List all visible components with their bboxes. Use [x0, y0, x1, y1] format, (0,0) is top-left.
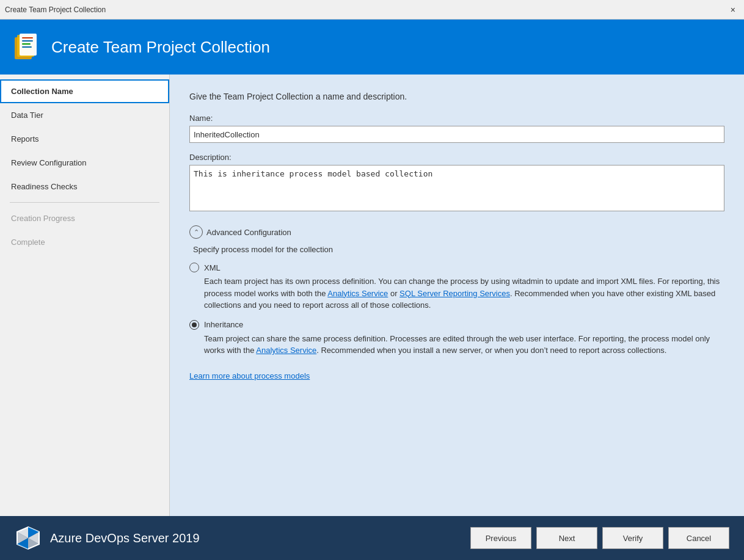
chevron-up-icon: ⌃: [189, 225, 203, 239]
sidebar-item-readiness-checks[interactable]: Readiness Checks: [0, 175, 169, 198]
sidebar-item-data-tier[interactable]: Data Tier: [0, 103, 169, 127]
dialog-header: Create Team Project Collection: [0, 20, 744, 75]
sql-server-reporting-link[interactable]: SQL Server Reporting Services: [399, 289, 510, 298]
inheritance-radio-desc: Team project can share the same process …: [204, 333, 724, 357]
inheritance-radio-header: Inheritance: [189, 320, 724, 330]
sidebar-item-reports[interactable]: Reports: [0, 127, 169, 151]
svg-rect-3: [22, 37, 33, 38]
learn-more-section: Learn more about process models: [189, 371, 724, 380]
advanced-config-toggle[interactable]: ⌃ Advanced Configuration: [189, 225, 724, 239]
inheritance-option: Inheritance Team project can share the s…: [189, 320, 724, 357]
sidebar-item-collection-name[interactable]: Collection Name: [0, 79, 169, 103]
inheritance-desc-text2: . Recommended when you install a new ser…: [316, 346, 666, 355]
footer: Azure DevOps Server 2019 Previous Next V…: [0, 516, 744, 560]
content-area: Give the Team Project Collection a name …: [170, 75, 744, 516]
next-button[interactable]: Next: [536, 527, 597, 549]
verify-button[interactable]: Verify: [602, 527, 663, 549]
main-container: Collection Name Data Tier Reports Review…: [0, 75, 744, 516]
description-textarea[interactable]: This is inheritance process model based …: [189, 165, 724, 211]
footer-buttons: Previous Next Verify Cancel: [470, 527, 729, 549]
svg-rect-4: [22, 40, 33, 42]
name-input[interactable]: [189, 126, 724, 143]
learn-more-link[interactable]: Learn more about process models: [189, 371, 310, 380]
footer-brand: Azure DevOps Server 2019: [15, 525, 200, 551]
sidebar-item-complete: Complete: [0, 230, 169, 254]
xml-option: XML Each team project has its own proces…: [189, 263, 724, 311]
description-field-group: Description: This is inheritance process…: [189, 153, 724, 225]
sidebar-item-review-configuration[interactable]: Review Configuration: [0, 151, 169, 175]
process-model-label: Specify process model for the collection: [193, 245, 724, 254]
close-button[interactable]: ×: [727, 4, 739, 16]
inheritance-radio-label: Inheritance: [204, 320, 243, 329]
title-bar: Create Team Project Collection ×: [0, 0, 744, 20]
xml-radio-header: XML: [189, 263, 724, 272]
name-field-group: Name:: [189, 114, 724, 153]
xml-radio-button[interactable]: [189, 263, 199, 272]
advanced-config-label: Advanced Configuration: [206, 228, 291, 237]
content-intro: Give the Team Project Collection a name …: [189, 92, 724, 101]
title-bar-text: Create Team Project Collection: [5, 5, 106, 14]
sidebar-divider: [10, 202, 159, 203]
inheritance-radio-button[interactable]: [189, 320, 199, 330]
xml-radio-label: XML: [204, 263, 221, 272]
analytics-service-link2[interactable]: Analytics Service: [256, 346, 316, 355]
name-label: Name:: [189, 114, 724, 123]
sidebar: Collection Name Data Tier Reports Review…: [0, 75, 170, 516]
header-icon: [12, 32, 42, 62]
cancel-button[interactable]: Cancel: [668, 527, 729, 549]
dialog-title: Create Team Project Collection: [51, 38, 270, 57]
description-label: Description:: [189, 153, 724, 162]
svg-rect-5: [22, 43, 31, 45]
xml-radio-desc: Each team project has its own process de…: [204, 275, 724, 311]
analytics-service-link1[interactable]: Analytics Service: [327, 289, 388, 298]
previous-button[interactable]: Previous: [470, 527, 531, 549]
sidebar-item-creation-progress: Creation Progress: [0, 206, 169, 230]
footer-brand-title: Azure DevOps Server 2019: [50, 531, 200, 545]
azure-devops-logo: [15, 525, 42, 551]
svg-rect-6: [22, 46, 32, 48]
xml-desc-text2: or: [388, 289, 399, 298]
